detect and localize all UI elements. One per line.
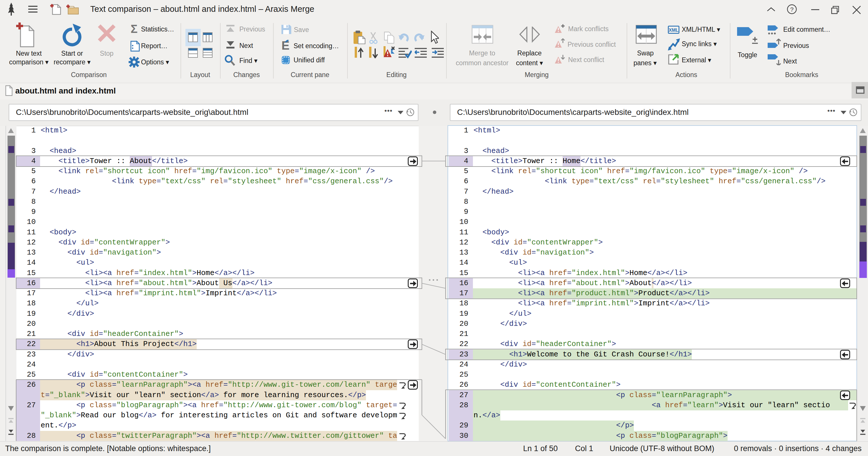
svg-text:XML: XML bbox=[669, 28, 679, 33]
svg-text:Σ: Σ bbox=[131, 24, 137, 34]
svg-text:?: ? bbox=[790, 6, 794, 13]
